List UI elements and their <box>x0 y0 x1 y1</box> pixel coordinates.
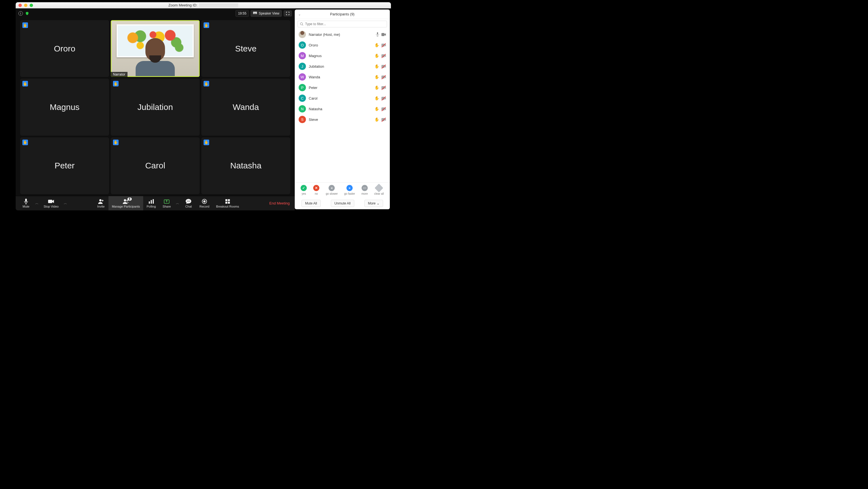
svg-rect-26 <box>381 54 384 57</box>
tile-name: Steve <box>235 44 257 54</box>
avatar: S <box>299 116 306 123</box>
reaction-yes[interactable]: ✓ yes <box>301 185 307 195</box>
svg-rect-9 <box>149 202 150 204</box>
video-tile-active[interactable]: Narrator <box>111 20 200 77</box>
svg-rect-3 <box>256 13 257 14</box>
avatar: O <box>299 41 306 49</box>
video-tile[interactable]: ✋ Peter <box>20 137 109 194</box>
record-button[interactable]: Record <box>196 196 213 211</box>
collapse-panel-caret[interactable]: ⌄ <box>298 12 301 16</box>
video-tile[interactable]: ✋ Wanda <box>202 79 290 135</box>
participant-row[interactable]: SSteve✋ <box>295 114 390 125</box>
tile-name: Wanda <box>232 102 259 112</box>
participant-row[interactable]: CCarol✋ <box>295 93 390 103</box>
participant-row[interactable]: JJubilation✋ <box>295 61 390 72</box>
share-screen-icon <box>164 198 169 204</box>
fullscreen-button[interactable] <box>284 10 292 17</box>
video-options-caret[interactable]: ︿ <box>62 201 69 206</box>
video-tile[interactable]: ✋ Ororo <box>20 20 109 77</box>
raised-hand-icon: ✋ <box>204 140 209 145</box>
panel-more-button[interactable]: More⌄ <box>364 200 383 207</box>
unmute-all-button[interactable]: Unmute All <box>331 200 354 207</box>
video-tile[interactable]: ✋ Steve <box>202 20 290 77</box>
search-icon <box>300 22 303 26</box>
video-tile[interactable]: ✋ Jubilation <box>111 79 200 135</box>
participants-icon: 9 <box>123 198 129 204</box>
filter-field[interactable] <box>298 21 387 27</box>
panel-header: ⌄ Participants (9) <box>295 9 390 19</box>
tile-name: Peter <box>55 161 75 171</box>
speaker-view-button[interactable]: Speaker View <box>251 10 282 17</box>
tile-name: Magnus <box>50 102 80 112</box>
video-tile[interactable]: ✋ Carol <box>111 137 200 194</box>
end-meeting-button[interactable]: End Meeting <box>267 201 292 205</box>
mute-options-caret[interactable]: ︿ <box>34 201 40 206</box>
reaction-no[interactable]: ✕ no <box>313 185 319 195</box>
filter-input[interactable] <box>305 22 384 26</box>
camera-off-icon <box>381 118 386 121</box>
svg-point-22 <box>300 23 303 25</box>
reaction-faster[interactable]: » go faster <box>344 185 355 195</box>
svg-rect-2 <box>254 13 256 14</box>
avatar: J <box>299 63 306 70</box>
traffic-minimize[interactable] <box>24 4 27 7</box>
svg-point-15 <box>189 201 190 201</box>
invite-button[interactable]: Invite <box>93 196 108 211</box>
participant-row[interactable]: WWanda✋ <box>295 72 390 82</box>
raised-hand-icon: ✋ <box>22 22 28 28</box>
participant-name: Jubilation <box>309 64 372 68</box>
info-icon[interactable]: i <box>19 11 23 16</box>
participant-row[interactable]: NNatasha✋ <box>295 103 390 114</box>
mute-button[interactable]: Mute <box>19 196 34 211</box>
share-options-caret[interactable]: ︿ <box>174 201 181 206</box>
camera-off-icon <box>381 65 386 68</box>
mute-all-button[interactable]: Mute All <box>302 200 321 207</box>
participant-row[interactable]: OOroro✋ <box>295 40 390 50</box>
reaction-more[interactable]: ⋯ more <box>361 185 368 195</box>
chat-button[interactable]: Chat <box>181 196 196 211</box>
breakout-icon <box>225 198 230 204</box>
participant-name: Wanda <box>309 75 372 79</box>
tile-name: Jubilation <box>137 102 173 112</box>
reaction-slower[interactable]: « go slower <box>326 185 338 195</box>
svg-rect-11 <box>153 199 154 204</box>
participant-count-badge: 9 <box>127 197 132 201</box>
window-title: Zoom Meeting ID: <box>168 3 197 7</box>
svg-rect-29 <box>381 86 384 89</box>
participant-row[interactable]: MMagnus✋ <box>295 50 390 61</box>
video-tile[interactable]: ✋ Natasha <box>202 137 290 194</box>
speaker-video <box>112 21 199 76</box>
camera-off-icon <box>381 54 386 57</box>
stop-video-button[interactable]: Stop Video <box>40 196 62 211</box>
raised-hand-icon: ✋ <box>113 140 119 145</box>
svg-point-17 <box>204 201 205 202</box>
polling-icon <box>149 198 154 204</box>
traffic-close[interactable] <box>19 4 22 7</box>
raised-hand-icon: ✋ <box>204 22 209 28</box>
svg-rect-10 <box>151 200 152 204</box>
traffic-zoom[interactable] <box>30 4 33 7</box>
chat-icon <box>186 198 191 204</box>
participant-row[interactable]: PPeter✋ <box>295 82 390 93</box>
elapsed-time: 19:55 <box>236 10 249 17</box>
manage-participants-button[interactable]: 9 Manage Participants <box>108 196 143 211</box>
reaction-clear[interactable]: clear all <box>374 185 384 195</box>
svg-rect-30 <box>381 97 384 100</box>
raised-hand-icon: ✋ <box>113 81 119 86</box>
share-button[interactable]: Share <box>159 196 174 211</box>
svg-point-13 <box>187 201 188 201</box>
encryption-icon[interactable] <box>25 11 29 16</box>
participant-row-host[interactable]: Narrator (Host, me) <box>295 29 390 40</box>
participant-name: Narrator (Host, me) <box>309 32 373 37</box>
meeting-topbar: i 19:55 Speaker View <box>16 8 295 19</box>
avatar: M <box>299 52 306 59</box>
svg-rect-21 <box>228 202 230 204</box>
breakout-rooms-button[interactable]: Breakout Rooms <box>213 196 243 211</box>
svg-point-7 <box>124 199 126 202</box>
polling-button[interactable]: Polling <box>143 196 159 211</box>
video-tile[interactable]: ✋ Magnus <box>20 79 109 135</box>
panel-footer: Mute All Unmute All More⌄ <box>295 197 390 209</box>
svg-rect-28 <box>381 75 384 79</box>
camera-off-icon <box>381 108 386 111</box>
tile-name: Ororo <box>54 44 75 54</box>
